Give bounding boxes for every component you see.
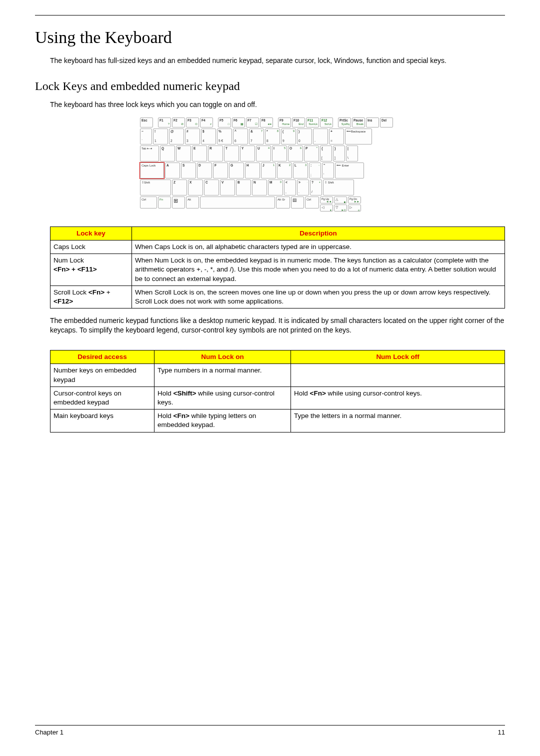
key-alt: Alt [186,196,199,208]
th-description: Description [132,226,505,240]
cell-description: When Scroll Lock is on, the screen moves… [132,286,505,308]
key-quote: "' [322,162,334,178]
key-fn: Fn [158,196,171,208]
cell: Type numbers in a normal manner. [154,364,291,386]
key-backslash: |\ [346,146,358,162]
key-f6: F6▦ [232,118,245,128]
key-8: *88 [265,128,280,144]
key-l: L3 [293,162,308,178]
key-z: Z [172,180,187,196]
key-prtsc: PrtScSysRq [338,118,351,128]
cell: Hold <Fn> while using cursor-control key… [291,386,505,409]
key-m: M0 [268,180,283,196]
key-pgdn: Pg Dn►► [348,196,361,204]
key-f3: F3⊙ [186,118,199,128]
key-f10: F10End [292,118,305,128]
key-backspace: ⟵Backspace [345,128,372,144]
key-menu: ▤ [291,196,304,208]
key-j: J1 [261,162,276,178]
key-f5: F5□ [218,118,231,128]
key-shift-left: ⇧Shift [140,180,171,196]
key-e: E [192,146,207,162]
key-del: Del [380,118,393,128]
cell: Hold <Fn> while typing letters on embedd… [154,410,291,432]
keyboard-diagram: EscF1?F2⊘F3⊙F4zF5□F6▦F7☑F8◄●F9HomeF10End… [140,118,400,212]
key-arrow-up: △■ [334,196,347,204]
th-lock-key: Lock key [50,226,132,240]
cell [291,364,505,386]
key-pgup: Pg Up◄◄ [320,196,333,204]
key-x: X [188,180,203,196]
key-6: ^6 [233,128,248,144]
table-row: Number keys on embedded keypadType numbe… [50,364,505,386]
cell: Main keyboard keys [50,410,154,432]
key-f12: F12ScrLk [320,118,333,128]
th-numlock-on: Num Lock on [154,350,291,364]
key-slash: ?+/ [310,180,322,196]
key-f4: F4z [200,118,213,128]
key-capslock: Caps Lock [140,162,164,178]
cell-description: When Caps Lock is on, all alphabetic cha… [132,240,505,254]
key-windows: ⊞ [172,196,185,208]
mid-paragraph: The embedded numeric keypad functions li… [50,316,505,335]
key-f9: F9Home [278,118,291,128]
key-1: !1 [153,128,168,144]
key-4: $4 [201,128,216,144]
key-r: R [208,146,223,162]
key-bracket-close: }] [333,146,345,162]
key-f7: F7☑ [246,118,259,128]
key-n: N [252,180,267,196]
key-arrow-left: ◁● [320,204,333,212]
key-9: (99 [281,128,296,144]
key-ctrl-left: Ctrl [140,196,157,208]
table-row: Caps LockWhen Caps Lock is on, all alpha… [50,240,505,254]
key-f: F [213,162,228,178]
cell-lock-key: Caps Lock [50,240,132,254]
key-arrow-right: ▷o [348,204,361,212]
th-numlock-off: Num Lock off [291,350,505,364]
key-f8: F8◄● [260,118,273,128]
cell-lock-key: Scroll Lock <Fn> + <F12> [50,286,132,308]
key-w: W [176,146,191,162]
key-2: @2 [169,128,184,144]
key-p: P* [304,146,319,162]
key-h: H [245,162,260,178]
key-esc: Esc [140,118,153,128]
footer-page-number: 11 [498,728,505,736]
key-g: G [229,162,244,178]
key-f1: F1? [158,118,171,128]
key-u: U4 [256,146,271,162]
key-tab: Tab ⇤⇥ [140,146,159,162]
key-t: T [224,146,239,162]
key-d: D [197,162,212,178]
key-o: O6 [288,146,303,162]
lock-key-table: Lock key Description Caps LockWhen Caps … [50,226,505,309]
key-ctrl-right: Ctrl [305,196,319,208]
key-=: += [329,128,344,144]
key-shift-right: ⇧ Shift [323,180,354,196]
key-b: B [236,180,251,196]
key-c: C [204,180,219,196]
intro-text: The keyboard has full-sized keys and an … [50,56,505,66]
table-row: Main keyboard keysHold <Fn> while typing… [50,410,505,432]
key-space [200,196,275,208]
key-q: Q [160,146,175,162]
key-s: S [181,162,196,178]
section-intro: The keyboard has three lock keys which y… [50,100,505,110]
cell: Cursor-control keys on embedded keypad [50,386,154,409]
key-backtick: ~` [140,128,152,144]
key-k: K2 [277,162,292,178]
key-altgr: Alt Gr [276,196,290,208]
key-semicolon: :-; [309,162,321,178]
th-desired-access: Desired access [50,350,154,364]
key-comma: <, [284,180,296,196]
key-i: I5 [272,146,287,162]
key-ins: Ins [366,118,379,128]
key-3: #3 [185,128,200,144]
key-arrow-down: ▽►II [334,204,347,212]
cell: Number keys on embedded keypad [50,364,154,386]
key-period: >·. [297,180,309,196]
key-v: V [220,180,235,196]
key--: - [313,128,328,144]
key-f11: F11NumLk [306,118,319,128]
